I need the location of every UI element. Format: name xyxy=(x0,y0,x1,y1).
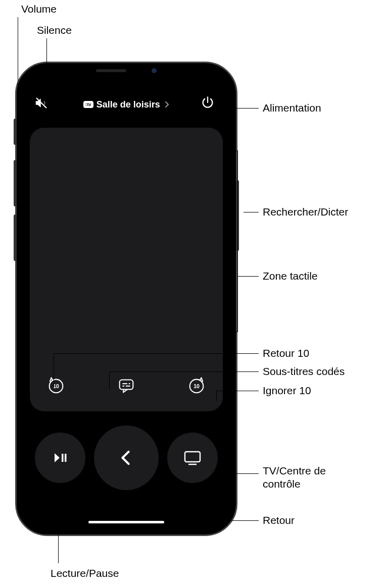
phone-speaker xyxy=(96,69,126,72)
leader-volume xyxy=(18,17,18,212)
phone-volume-down xyxy=(14,215,17,261)
appletv-badge: tv xyxy=(83,101,93,108)
device-name-label: Salle de loisirs xyxy=(96,99,160,110)
svg-rect-2 xyxy=(120,380,133,390)
bracket-touchpad-v xyxy=(237,150,238,332)
callout-zone-tactile: Zone tactile xyxy=(263,270,318,282)
remote-screen: tv Salle de loisirs xyxy=(23,69,230,528)
remote-header: tv Salle de loisirs xyxy=(23,91,230,123)
leader-rechercher xyxy=(244,212,259,212)
skip-forward-10-button[interactable]: 10 xyxy=(183,372,210,398)
tv-icon xyxy=(182,449,203,467)
phone-volume-up xyxy=(14,160,17,206)
callout-lecture-pause: Lecture/Pause xyxy=(51,567,119,579)
skip-back-icon: 10 xyxy=(46,376,66,395)
captions-icon xyxy=(117,376,136,395)
tv-control-center-button[interactable] xyxy=(167,433,218,483)
bottom-button-row xyxy=(23,411,230,490)
bracket-touchpad-top xyxy=(232,150,237,151)
skip-back-10-button[interactable]: 10 xyxy=(43,372,69,398)
power-button[interactable] xyxy=(201,95,219,114)
phone-camera xyxy=(152,68,157,73)
device-selector[interactable]: tv Salle de loisirs xyxy=(83,99,169,110)
phone-notch xyxy=(76,63,177,78)
callout-retour-10: Retour 10 xyxy=(263,347,309,359)
leader-tvcentre xyxy=(222,473,259,474)
touchpad-bottom-row: 10 1 xyxy=(30,372,223,398)
home-indicator xyxy=(88,521,164,523)
chevron-right-icon xyxy=(164,101,169,108)
leader-retour10-h xyxy=(54,353,259,354)
mute-button[interactable] xyxy=(34,95,52,114)
callout-volume: Volume xyxy=(21,3,57,15)
leader-soustitres-h xyxy=(109,371,259,372)
svg-rect-11 xyxy=(185,452,200,462)
leader-ignorer10-h xyxy=(216,391,217,401)
leader-alimentation xyxy=(218,108,259,109)
power-icon xyxy=(201,95,215,110)
bracket-touchpad-bot xyxy=(232,332,237,332)
svg-rect-9 xyxy=(62,454,64,462)
svg-text:10: 10 xyxy=(194,384,200,389)
phone-mute-switch xyxy=(14,119,17,145)
callout-sous-titres: Sous-titres codés xyxy=(263,365,345,378)
callout-retour: Retour xyxy=(263,514,295,526)
captions-button[interactable] xyxy=(113,372,139,398)
callout-tv-centre: TV/Centre de contrôle xyxy=(263,464,344,491)
leader-lecture xyxy=(58,500,59,563)
skip-forward-icon: 10 xyxy=(187,376,206,395)
leader-ignorer10-v xyxy=(216,391,259,391)
leader-retour-h xyxy=(128,520,259,521)
touchpad-area[interactable]: 10 1 xyxy=(30,128,223,411)
chevron-left-icon xyxy=(117,448,135,468)
leader-retour10-v xyxy=(54,353,54,388)
play-pause-button[interactable] xyxy=(35,433,85,483)
back-button[interactable] xyxy=(94,425,159,490)
phone-frame: tv Salle de loisirs xyxy=(15,62,237,536)
callout-alimentation: Alimentation xyxy=(263,102,321,114)
leader-silence xyxy=(46,38,47,103)
svg-rect-10 xyxy=(65,454,67,462)
callout-rechercher-dicter: Rechercher/Dicter xyxy=(263,206,348,218)
callout-silence: Silence xyxy=(37,24,72,36)
leader-retour-v xyxy=(128,505,128,520)
leader-soustitres-v xyxy=(109,371,110,390)
callout-ignorer-10: Ignorer 10 xyxy=(263,385,311,397)
leader-zone-tactile xyxy=(237,276,259,277)
play-pause-icon xyxy=(51,449,69,467)
